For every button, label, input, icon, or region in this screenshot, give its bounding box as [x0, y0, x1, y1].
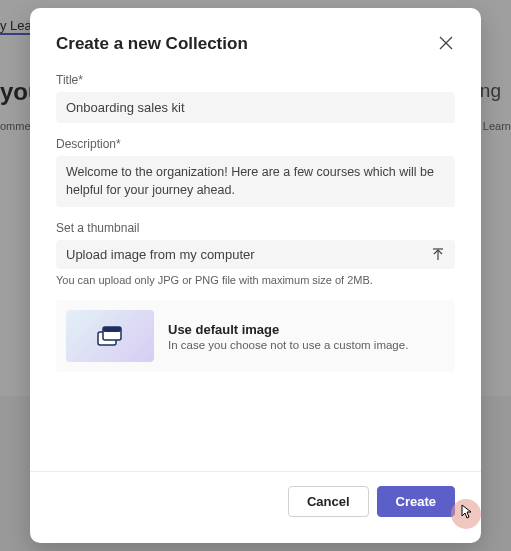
- cancel-button[interactable]: Cancel: [288, 486, 369, 517]
- default-thumbnail: [66, 310, 154, 362]
- cards-icon: [95, 324, 125, 348]
- default-image-subtitle: In case you choose not to use a custom i…: [168, 339, 445, 351]
- title-label: Title*: [56, 73, 455, 87]
- modal-title: Create a new Collection: [56, 34, 248, 54]
- close-icon: [439, 36, 453, 50]
- default-image-title: Use default image: [168, 322, 445, 337]
- description-input[interactable]: [56, 156, 455, 207]
- title-input[interactable]: [56, 92, 455, 123]
- modal-header: Create a new Collection: [56, 34, 455, 55]
- description-label: Description*: [56, 137, 455, 151]
- create-button[interactable]: Create: [377, 486, 455, 517]
- upload-image-button[interactable]: Upload image from my computer: [56, 240, 455, 269]
- close-button[interactable]: [437, 34, 455, 55]
- modal-footer: Cancel Create: [30, 471, 481, 517]
- svg-rect-6: [103, 327, 121, 332]
- upload-arrow-icon: [431, 248, 445, 262]
- thumbnail-label: Set a thumbnail: [56, 221, 455, 235]
- upload-text: Upload image from my computer: [66, 247, 431, 262]
- default-image-card: Use default image In case you choose not…: [56, 300, 455, 372]
- create-collection-modal: Create a new Collection Title* Descripti…: [30, 8, 481, 543]
- upload-helper-text: You can upload only JPG or PNG file with…: [56, 274, 455, 286]
